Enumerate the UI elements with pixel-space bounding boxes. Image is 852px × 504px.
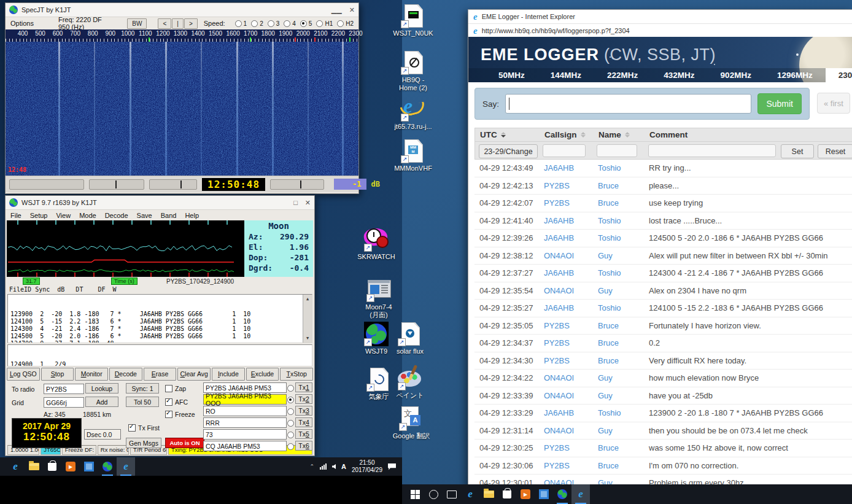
tx2-send-button[interactable]: Tx2 xyxy=(295,394,312,404)
row-callsign-link[interactable]: ON4AOI xyxy=(539,426,593,435)
wsjt-titlebar[interactable]: WSJT 9.7 r1639 by K1JT □ ✕ xyxy=(6,196,314,210)
row-callsign-link[interactable]: PY2BS xyxy=(539,461,593,470)
speed-radio-3[interactable]: 3 xyxy=(268,20,280,27)
exclude-button[interactable]: Exclude xyxy=(246,368,279,381)
speed-radio-1[interactable]: 1 xyxy=(235,20,247,27)
file-explorer-icon[interactable] xyxy=(25,457,43,476)
action-center-icon[interactable] xyxy=(388,463,396,470)
row-callsign-link[interactable]: PY2BS xyxy=(539,356,593,365)
desktop-icon-skrwatch[interactable]: ↗SKRWATCH xyxy=(355,227,398,261)
utc-range-button[interactable]: 23-29/Change xyxy=(479,144,538,158)
video-app-icon[interactable]: ▶ xyxy=(516,484,535,504)
row-callsign-link[interactable]: PY2BS xyxy=(539,321,593,330)
row-name-link[interactable]: Toshio xyxy=(593,268,644,277)
row-callsign-link[interactable]: JA6AHB xyxy=(539,408,593,417)
clear-avg-button[interactable]: Clear Avg xyxy=(177,368,211,381)
desktop-icon-mmmonvhf[interactable]: MM M↗MMMonVHF xyxy=(392,139,435,173)
lookup-button[interactable]: Lookup xyxy=(85,383,118,394)
row-callsign-link[interactable]: JA6AHB xyxy=(539,233,593,242)
tx6-send-button[interactable]: Tx6 xyxy=(295,441,312,451)
row-callsign-link[interactable]: PY2BS xyxy=(539,338,593,347)
dsec-field[interactable]: Dsec 0.0 xyxy=(84,429,121,440)
row-name-link[interactable]: Guy xyxy=(593,286,644,295)
row-name-link[interactable]: Toshio xyxy=(593,216,644,225)
band-tab-902mhz[interactable]: 902MHz xyxy=(708,68,764,82)
desktop-icon-solar-flux[interactable]: ↗solar flux xyxy=(389,322,432,355)
minimize-button[interactable]: ▁▁ xyxy=(331,7,342,14)
band-tab-222mhz[interactable]: 222MHz xyxy=(594,68,651,82)
row-callsign-link[interactable]: ON4AOI xyxy=(539,286,593,295)
tray-clock[interactable]: 21:50 2017/04/29 xyxy=(352,459,382,474)
row-callsign-link[interactable]: ON4AOI xyxy=(539,391,593,400)
tx4-message-field[interactable]: RRR xyxy=(203,417,287,428)
include-button[interactable]: Include xyxy=(212,368,245,381)
url-text[interactable]: http://www.hb9q.ch/hb9q/wf/loggerspop.p?… xyxy=(482,27,630,34)
row-name-link[interactable]: Guy xyxy=(593,373,644,382)
erase-button[interactable]: Erase xyxy=(144,368,177,381)
column-callsign[interactable]: Callsign xyxy=(540,128,594,141)
video-app-icon[interactable]: ▶ xyxy=(61,457,80,476)
gain-slider[interactable] xyxy=(9,179,84,190)
sort-carets[interactable] xyxy=(501,132,506,138)
menu-mode[interactable]: Mode xyxy=(79,212,96,219)
tx4-select-radio[interactable] xyxy=(287,420,294,427)
tx1-send-button[interactable]: Tx1 xyxy=(295,382,312,392)
to-radio-field[interactable]: PY2BS xyxy=(44,384,84,394)
column-utc[interactable]: UTC xyxy=(475,128,540,141)
wsjt-app-icon[interactable] xyxy=(98,457,117,476)
tx5-message-field[interactable]: 73 xyxy=(203,429,287,440)
gen-msgs-button[interactable]: Gen Msgs xyxy=(126,438,161,448)
tx1-select-radio[interactable] xyxy=(287,385,294,392)
speed-slider[interactable] xyxy=(270,179,324,190)
reset-button[interactable]: Reset xyxy=(818,144,852,158)
desktop-icon-hb9q-home[interactable]: ↗HB9Q -Home (2) xyxy=(392,50,435,92)
log-qso-button[interactable]: Log QSO xyxy=(7,368,40,381)
decode-scrollbar[interactable]: ▲▼ xyxy=(303,295,312,343)
zap-checkbox[interactable]: Zap xyxy=(165,385,186,392)
start-icon[interactable] xyxy=(406,484,424,504)
row-name-link[interactable]: Guy xyxy=(593,391,644,400)
menu-setup[interactable]: Setup xyxy=(30,212,48,219)
menu-file[interactable]: File xyxy=(10,212,21,219)
freq-nav-center[interactable]: | xyxy=(172,18,184,29)
row-callsign-link[interactable]: ON4AOI xyxy=(539,373,593,382)
name-filter-input[interactable] xyxy=(597,144,637,157)
first-page-button[interactable]: « first xyxy=(817,93,850,114)
row-callsign-link[interactable]: PY2BS xyxy=(539,181,593,190)
desktop-icon-google-honyaku[interactable]: 文A↗Google 翻訳 xyxy=(390,406,433,440)
row-name-link[interactable]: Guy xyxy=(593,426,644,435)
task-view-icon[interactable] xyxy=(443,484,461,504)
maximize-button[interactable]: □ xyxy=(293,200,298,206)
menu-view[interactable]: View xyxy=(56,212,71,219)
tx2-message-field[interactable]: PY2BS JA6AHB PM53 OOO xyxy=(203,394,287,405)
row-name-link[interactable]: Bruce xyxy=(593,198,644,207)
row-callsign-link[interactable]: PY2BS xyxy=(539,443,593,452)
specjt-titlebar[interactable]: SpecJT by K1JT ▁▁ ✕ xyxy=(6,3,358,17)
scroll-down-icon[interactable]: ▼ xyxy=(306,335,309,342)
desktop-icon-jt65-site[interactable]: e↗jt65.73.ru-j... xyxy=(392,97,435,131)
edge-icon[interactable]: e xyxy=(6,457,25,476)
tolerance-control[interactable]: Tol 50 xyxy=(126,397,159,407)
band-tab-144mhz[interactable]: 144MHz xyxy=(538,68,594,82)
submit-button[interactable]: Submit xyxy=(757,93,802,114)
row-callsign-link[interactable]: JA6AHB xyxy=(539,268,593,277)
volume-icon[interactable] xyxy=(332,464,336,469)
row-name-link[interactable]: Bruce xyxy=(593,461,644,470)
menu-save[interactable]: Save xyxy=(137,212,152,219)
ime-indicator[interactable]: A xyxy=(341,463,346,470)
txstop-button[interactable]: TxStop xyxy=(280,368,313,381)
row-callsign-link[interactable]: ON4AOI xyxy=(539,251,593,260)
grid-field[interactable]: GG66rj xyxy=(44,397,84,408)
waterfall-display[interactable]: 12:48 xyxy=(6,42,358,176)
speed-radio-H1[interactable]: H1 xyxy=(316,20,333,27)
row-callsign-link[interactable]: JA6AHB xyxy=(539,163,593,173)
speed-radio-5[interactable]: 5 xyxy=(300,20,312,27)
tx4-send-button[interactable]: Tx4 xyxy=(295,417,312,427)
band-tab-1296mhz[interactable]: 1296MHz xyxy=(764,68,826,82)
sync-threshold-control[interactable]: Sync: 1 xyxy=(126,383,159,394)
cortana-search-icon[interactable] xyxy=(424,484,443,504)
tx-first-checkbox[interactable]: Tx First xyxy=(128,424,160,432)
row-name-link[interactable]: Toshio xyxy=(593,408,644,417)
file-explorer-icon[interactable] xyxy=(479,484,498,504)
contrast-slider[interactable] xyxy=(149,179,197,190)
